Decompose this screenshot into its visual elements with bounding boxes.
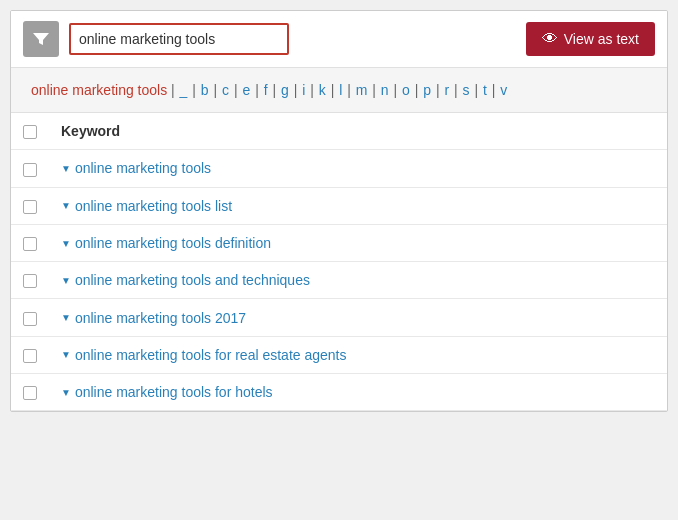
- expand-triangle-icon: ▼: [61, 238, 71, 249]
- alphabet-letter-m[interactable]: m: [356, 82, 368, 98]
- row-checkbox-cell: [11, 374, 49, 411]
- table-row: ▼online marketing tools for real estate …: [11, 336, 667, 373]
- header-checkbox[interactable]: [23, 125, 37, 139]
- alphabet-underscore[interactable]: _: [180, 82, 188, 98]
- alphabet-letter-t[interactable]: t: [483, 82, 487, 98]
- keyword-text: online marketing tools for real estate a…: [75, 347, 347, 363]
- alphabet-letter-f[interactable]: f: [264, 82, 268, 98]
- alphabet-letter-b[interactable]: b: [201, 82, 209, 98]
- keyword-text: online marketing tools definition: [75, 235, 271, 251]
- keyword-link-2[interactable]: ▼online marketing tools definition: [61, 235, 655, 251]
- keyword-text: online marketing tools and techniques: [75, 272, 310, 288]
- alphabet-letter-n[interactable]: n: [381, 82, 389, 98]
- header-bar: 👁 View as text: [11, 11, 667, 68]
- keyword-link-1[interactable]: ▼online marketing tools list: [61, 198, 655, 214]
- keyword-link-4[interactable]: ▼online marketing tools 2017: [61, 310, 655, 326]
- keyword-cell: ▼online marketing tools for hotels: [49, 374, 667, 411]
- table-header-row: Keyword: [11, 113, 667, 150]
- eye-icon: 👁: [542, 30, 558, 48]
- row-checkbox-cell: [11, 187, 49, 224]
- keyword-cell: ▼online marketing tools: [49, 150, 667, 187]
- alphabet-letter-o[interactable]: o: [402, 82, 410, 98]
- alphabet-letter-i[interactable]: i: [302, 82, 305, 98]
- keyword-cell: ▼online marketing tools and techniques: [49, 262, 667, 299]
- row-checkbox-6[interactable]: [23, 386, 37, 400]
- alphabet-letter-r[interactable]: r: [444, 82, 449, 98]
- keyword-text: online marketing tools for hotels: [75, 384, 273, 400]
- row-checkbox-5[interactable]: [23, 349, 37, 363]
- table-row: ▼online marketing tools 2017: [11, 299, 667, 336]
- alphabet-sep-0: |: [192, 82, 200, 98]
- expand-triangle-icon: ▼: [61, 200, 71, 211]
- keyword-link-0[interactable]: ▼online marketing tools: [61, 160, 655, 176]
- keyword-link-5[interactable]: ▼online marketing tools for real estate …: [61, 347, 655, 363]
- keyword-cell: ▼online marketing tools definition: [49, 224, 667, 261]
- row-checkbox-cell: [11, 336, 49, 373]
- keyword-table: Keyword ▼online marketing tools▼online m…: [11, 113, 667, 411]
- main-container: 👁 View as text online marketing tools | …: [10, 10, 668, 412]
- keyword-cell: ▼online marketing tools list: [49, 187, 667, 224]
- table-row: ▼online marketing tools definition: [11, 224, 667, 261]
- filter-icon: [32, 30, 50, 48]
- row-checkbox-1[interactable]: [23, 200, 37, 214]
- header-keyword: Keyword: [49, 113, 667, 150]
- expand-triangle-icon: ▼: [61, 275, 71, 286]
- keyword-link-6[interactable]: ▼online marketing tools for hotels: [61, 384, 655, 400]
- table-row: ▼online marketing tools list: [11, 187, 667, 224]
- alphabet-letter-g[interactable]: g: [281, 82, 289, 98]
- row-checkbox-0[interactable]: [23, 163, 37, 177]
- alphabet-letter-c[interactable]: c: [222, 82, 229, 98]
- keyword-text: online marketing tools list: [75, 198, 232, 214]
- alphabet-letter-p[interactable]: p: [423, 82, 431, 98]
- expand-triangle-icon: ▼: [61, 387, 71, 398]
- table-row: ▼online marketing tools for hotels: [11, 374, 667, 411]
- alphabet-letter-l[interactable]: l: [339, 82, 342, 98]
- keyword-text: online marketing tools 2017: [75, 310, 246, 326]
- table-row: ▼online marketing tools and techniques: [11, 262, 667, 299]
- row-checkbox-cell: [11, 262, 49, 299]
- row-checkbox-cell: [11, 150, 49, 187]
- keyword-cell: ▼online marketing tools for real estate …: [49, 336, 667, 373]
- row-checkbox-cell: [11, 224, 49, 261]
- filter-button[interactable]: [23, 21, 59, 57]
- alphabet-letter-v[interactable]: v: [500, 82, 507, 98]
- row-checkbox-3[interactable]: [23, 274, 37, 288]
- alphabet-letter-k[interactable]: k: [319, 82, 326, 98]
- row-checkbox-4[interactable]: [23, 312, 37, 326]
- expand-triangle-icon: ▼: [61, 349, 71, 360]
- keyword-cell: ▼online marketing tools 2017: [49, 299, 667, 336]
- alphabet-bar: online marketing tools | _ | b | c | e |…: [11, 68, 667, 113]
- alphabet-letter-e[interactable]: e: [242, 82, 250, 98]
- keyword-text: online marketing tools: [75, 160, 211, 176]
- row-checkbox-2[interactable]: [23, 237, 37, 251]
- alphabet-query: online marketing tools: [31, 82, 167, 98]
- alphabet-letter-s[interactable]: s: [463, 82, 470, 98]
- search-input[interactable]: [69, 23, 289, 55]
- view-as-text-label: View as text: [564, 31, 639, 47]
- table-row: ▼online marketing tools: [11, 150, 667, 187]
- view-as-text-button[interactable]: 👁 View as text: [526, 22, 655, 56]
- row-checkbox-cell: [11, 299, 49, 336]
- expand-triangle-icon: ▼: [61, 163, 71, 174]
- expand-triangle-icon: ▼: [61, 312, 71, 323]
- keyword-link-3[interactable]: ▼online marketing tools and techniques: [61, 272, 655, 288]
- header-checkbox-cell: [11, 113, 49, 150]
- alphabet-separator-main: |: [171, 82, 179, 98]
